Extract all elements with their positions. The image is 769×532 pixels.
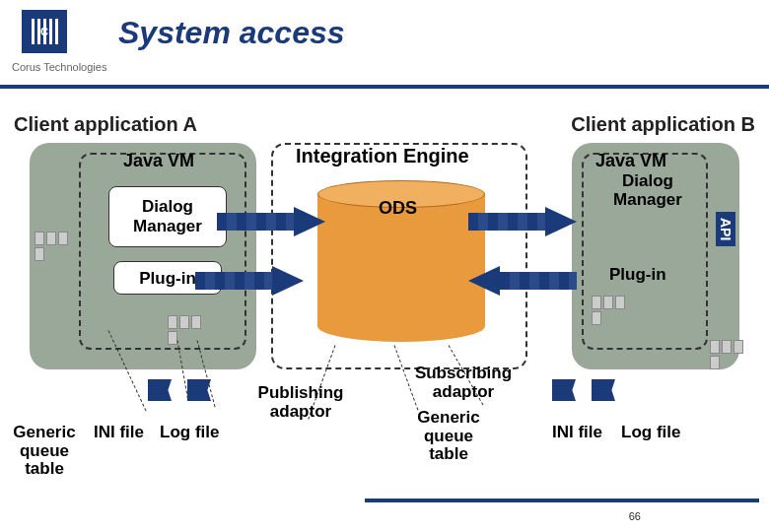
- javavm-b-label: Java VM: [595, 151, 666, 171]
- plugin-a-label: Plug-in: [139, 269, 196, 288]
- deco-boxes-icon: [592, 296, 635, 325]
- ini-file-b-label: INI file: [552, 424, 602, 442]
- footer-rule: [365, 499, 759, 502]
- deco-boxes-icon: [710, 340, 753, 369]
- plugin-b-label: Plug-in: [609, 265, 666, 285]
- company-name: Corus Technologies: [12, 61, 106, 73]
- javavm-a-label: Java VM: [123, 151, 194, 171]
- ods-cylinder: ODS: [317, 180, 485, 348]
- deco-boxes-icon: [168, 315, 211, 345]
- deco-boxes-icon: [35, 232, 78, 261]
- ods-label: ODS: [379, 198, 417, 219]
- dialog-manager-a-label: Dialog Manager: [133, 197, 202, 235]
- api-label: API: [716, 212, 735, 246]
- javavm-a-box: [79, 153, 246, 350]
- generic-queue-table-mid-label: Generic queue table: [409, 409, 488, 464]
- integration-engine-title: Integration Engine: [296, 145, 469, 167]
- generic-queue-table-a-label: Generic queue table: [10, 424, 79, 479]
- client-a-title: Client application A: [14, 113, 197, 136]
- page-number: 66: [629, 510, 641, 522]
- dialog-manager-b-label: Dialog Manager: [603, 172, 692, 209]
- flag-icon: [552, 379, 576, 401]
- arrow-b-to-ods: [468, 266, 577, 296]
- diagram-stage: Client application A Java VM Dialog Mana…: [0, 94, 769, 532]
- flag-icon: [148, 379, 172, 401]
- log-file-b-label: Log file: [621, 424, 680, 442]
- client-b-panel: Java VM Dialog Manager Plug-in API: [572, 143, 739, 369]
- flag-icon: [592, 379, 615, 401]
- arrow-a-to-ods: [217, 207, 325, 236]
- arrow-a-to-ods-2: [195, 266, 304, 296]
- client-b-title: Client application B: [571, 113, 755, 136]
- arrow-ods-to-b: [468, 207, 577, 236]
- log-file-a-label: Log file: [160, 424, 219, 442]
- company-logo: [22, 10, 67, 53]
- slide-header: Corus Technologies System access: [0, 0, 769, 89]
- publishing-adaptor-label: Publishing adaptor: [246, 384, 355, 421]
- ini-file-a-label: INI file: [94, 424, 144, 442]
- subscribing-adaptor-label: Subscribing adaptor: [404, 365, 523, 401]
- page-title: System access: [118, 15, 345, 51]
- dialog-manager-a: Dialog Manager: [108, 186, 227, 247]
